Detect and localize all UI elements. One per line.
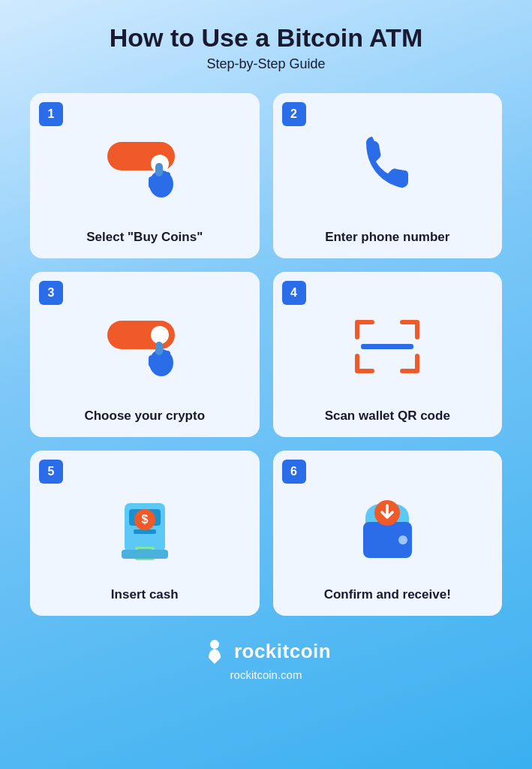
step-5-icon-area: $ [111,472,179,580]
svg-rect-7 [164,351,170,364]
footer: rockitcoin rockitcoin.com [201,637,331,681]
page-header: How to Use a Bitcoin ATM Step-by-Step Gu… [110,23,422,72]
step-4-badge: 4 [282,281,306,305]
step-2-icon-area [357,114,417,222]
step-3-label: Choose your crypto [84,409,205,424]
brand-url: rockitcoin.com [230,668,302,681]
step-3-icon-area [104,293,186,401]
step-2-card: 2 Enter phone number [273,93,503,258]
step-4-card: 4 Scan wallet QR code [273,272,503,437]
step-3-badge: 3 [39,281,63,305]
step-4-label: Scan wallet QR code [325,409,450,424]
page-title: How to Use a Bitcoin ATM [110,23,422,53]
step-6-label: Confirm and receive! [324,587,451,602]
step-5-card: 5 $ [30,451,260,616]
step-1-badge: 1 [39,102,63,126]
svg-rect-4 [155,163,163,176]
page-subtitle: Step-by-Step Guide [110,56,422,72]
step-5-label: Insert cash [111,587,179,602]
svg-rect-9 [155,342,163,355]
atm-cash-icon: $ [111,481,179,570]
step-2-badge: 2 [282,102,306,126]
step-2-label: Enter phone number [325,230,449,245]
step-1-label: Select "Buy Coins" [86,230,203,245]
svg-point-21 [398,535,407,544]
svg-text:$: $ [141,513,148,526]
svg-point-23 [210,640,219,649]
svg-rect-19 [122,550,168,559]
cursor-hand-icon [143,160,182,202]
step-6-icon-area [352,472,423,580]
steps-grid: 1 [30,93,502,616]
phone-icon [357,129,417,207]
step-3-card: 3 [30,272,260,437]
svg-rect-3 [149,176,156,188]
cursor-hand-icon-2 [143,339,182,381]
svg-rect-2 [164,172,170,185]
brand-row: rockitcoin [201,637,331,667]
qr-scan-icon [346,313,428,381]
step-6-badge: 6 [282,460,306,484]
step-1-card: 1 [30,93,260,258]
svg-rect-10 [361,344,413,349]
step-1-icon-area [104,114,186,222]
brand-name: rockitcoin [234,640,331,663]
svg-rect-8 [149,355,156,367]
brand-logo-icon [201,637,228,667]
step-6-card: 6 Confirm and receive! [273,451,503,616]
buy-coins-icon [104,134,186,202]
step-4-icon-area [346,293,428,401]
step-5-badge: 5 [39,460,63,484]
choose-crypto-icon [104,313,186,381]
wallet-receive-icon [352,484,423,566]
